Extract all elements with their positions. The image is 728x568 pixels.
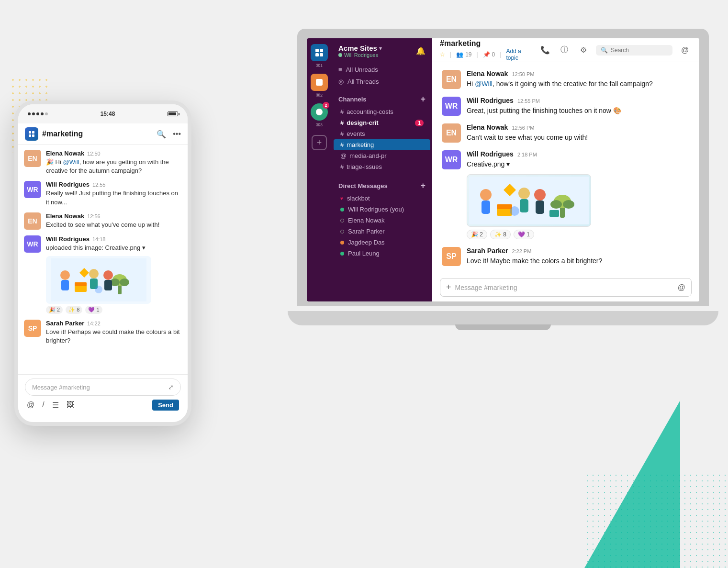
star-icon[interactable]: ☆: [440, 51, 445, 58]
slackbot-icon: ♥: [340, 196, 343, 201]
mobile-msg-time-3: 12:56: [87, 213, 101, 219]
dm-paul[interactable]: Paul Leung: [334, 248, 430, 259]
avatar-will-2: WR: [442, 150, 461, 169]
mobile-msg-name-5: Sarah Parker: [46, 320, 84, 327]
status-dot: [338, 53, 342, 57]
desktop-image-attachment: [467, 174, 591, 227]
add-topic-link[interactable]: Add a topic: [506, 48, 534, 61]
svg-rect-0: [29, 131, 31, 134]
add-dm-icon[interactable]: +: [420, 181, 426, 191]
mobile-message-input[interactable]: Message #marketing ⤢: [25, 379, 181, 396]
workspace-name[interactable]: Acme Sites: [338, 44, 377, 52]
message-row-5: SP Sarah Parker 2:22 PM Love it! Maybe m…: [442, 247, 690, 266]
svg-rect-29: [497, 204, 512, 209]
channel-media-and-pr[interactable]: @ media-and-pr: [334, 150, 430, 161]
workspace-user: Will Rodrigues: [344, 52, 378, 58]
mobile-channel-title[interactable]: #marketing: [42, 130, 83, 138]
mobile-frame: 15:48 #marketing 🔍 •••: [14, 100, 191, 426]
channel-topbar: #marketing ☆ | 👥 19 |: [432, 38, 699, 62]
dm-sarah[interactable]: Sarah Parker: [334, 226, 430, 237]
channels-section-header: Channels +: [332, 89, 432, 106]
channel-search[interactable]: 🔍: [596, 45, 672, 56]
input-plus-icon[interactable]: +: [446, 282, 451, 292]
gear-icon-button[interactable]: ⚙: [577, 44, 590, 57]
mobile-search-icon[interactable]: 🔍: [157, 130, 166, 139]
mobile-at-icon[interactable]: @: [27, 401, 34, 410]
msg-text-5: Love it! Maybe make the colors a bit bri…: [467, 256, 690, 266]
mobile-message-5: SP Sarah Parker 14:22 Love it! Perhaps w…: [24, 320, 182, 345]
phone-icon-button[interactable]: 📞: [538, 44, 552, 57]
avatar-elena-2: EN: [442, 123, 461, 143]
workspace-status: Will Rodrigues: [338, 52, 382, 58]
reaction-sparkle-desktop[interactable]: ✨ 8: [490, 230, 511, 239]
reaction-party[interactable]: 🎉 2: [46, 306, 63, 314]
msg-text-3: Can't wait to see what you come up with!: [467, 133, 690, 143]
topbar-actions: 📞 ⓘ ⚙ 🔍 @: [538, 44, 692, 57]
mobile-msg-text-2: Really well! Just putting the finishing …: [46, 189, 182, 206]
mobile-msg-name-3: Elena Nowak: [46, 212, 84, 220]
mobile-status-bar: 15:48: [18, 104, 188, 123]
mobile-avatar-will-2: WR: [24, 235, 41, 253]
info-icon-button[interactable]: ⓘ: [558, 44, 571, 57]
reaction-sparkle[interactable]: ✨ 8: [66, 306, 82, 314]
search-icon: 🔍: [601, 47, 608, 54]
mobile-send-button[interactable]: Send: [152, 400, 179, 411]
rail-item-3[interactable]: 2: [311, 103, 328, 121]
dm-will[interactable]: Will Rodrigues (you): [334, 204, 430, 215]
reaction-heart-desktop[interactable]: 💜 1: [514, 230, 534, 239]
signal-dot-5: [45, 112, 48, 115]
signal-dot-1: [28, 112, 31, 115]
rail-item-2[interactable]: [311, 74, 328, 91]
mobile-image-icon[interactable]: 🖼: [67, 401, 74, 410]
dm-jagdeep[interactable]: Jagdeep Das: [334, 237, 430, 248]
mobile-format-icon[interactable]: ☰: [52, 401, 59, 410]
reaction-heart[interactable]: 💜 1: [85, 306, 102, 314]
input-at-icon[interactable]: @: [678, 283, 685, 292]
dm-label: Direct Messages: [338, 182, 388, 189]
dm-name-elena: Elena Nowak: [348, 217, 385, 224]
channel-design-crit[interactable]: # design-crit 1: [334, 117, 430, 128]
dm-name-sarah: Sarah Parker: [348, 228, 385, 235]
at-icon-button[interactable]: @: [678, 44, 692, 57]
svg-point-13: [89, 269, 99, 278]
channel-top-name: #marketing: [440, 39, 481, 48]
mobile-expand-icon[interactable]: ⤢: [168, 383, 174, 391]
dm-slackbot[interactable]: ♥ slackbot: [334, 193, 430, 204]
hash-icon-3: #: [340, 130, 344, 137]
messages-area: EN Elena Nowak 12:50 PM Hi @Will, how's …: [432, 62, 699, 273]
reaction-party-desktop[interactable]: 🎉 2: [467, 230, 487, 239]
avatar-sarah: SP: [442, 247, 461, 266]
signal-dots: [28, 112, 48, 115]
mobile-msg-text-4: uploaded this image: Creative.png ▾: [46, 244, 182, 252]
avatar-elena-1: EN: [442, 70, 461, 89]
dm-elena[interactable]: Elena Nowak: [334, 215, 430, 226]
channel-events[interactable]: # events: [334, 128, 430, 139]
svg-point-12: [120, 278, 129, 286]
add-channel-icon[interactable]: +: [420, 94, 426, 104]
dm-name-paul: Paul Leung: [348, 250, 380, 257]
channel-triage-issues[interactable]: # triage-issues: [334, 161, 430, 172]
channel-accounting-costs[interactable]: # accounting-costs: [334, 106, 430, 117]
mobile-message-4: WR Will Rodrigues 14:18 uploaded this im…: [24, 235, 182, 314]
rail-shortcut-3: ⌘3: [316, 123, 323, 127]
mobile-workspace-icon: [25, 127, 38, 141]
bell-icon[interactable]: 🔔: [416, 46, 426, 56]
all-threads-item[interactable]: ◎ All Threads: [332, 76, 432, 88]
laptop-screen-inner: ⌘1 ⌘2 2 ⌘3 +: [307, 38, 699, 301]
rail-item-1[interactable]: [311, 44, 328, 61]
mobile-slash-icon[interactable]: /: [42, 401, 44, 410]
rail-shortcut-1: ⌘1: [316, 63, 323, 68]
mobile-more-icon[interactable]: •••: [173, 130, 181, 138]
message-input-box[interactable]: + Message #marketing @: [440, 278, 692, 297]
message-input-placeholder[interactable]: Message #marketing: [455, 284, 674, 291]
svg-point-5: [60, 270, 70, 280]
all-unreads-item[interactable]: ≡ All Unreads: [332, 64, 432, 76]
search-input[interactable]: [611, 47, 668, 54]
svg-point-31: [518, 188, 530, 199]
channel-marketing[interactable]: # marketing: [334, 139, 430, 150]
mobile-msg-time-5: 14:22: [87, 321, 101, 326]
svg-rect-21: [315, 53, 319, 56]
signal-dot-2: [32, 112, 35, 115]
mobile-channel-header: #marketing 🔍 •••: [18, 123, 188, 145]
rail-add-button[interactable]: +: [312, 135, 327, 150]
